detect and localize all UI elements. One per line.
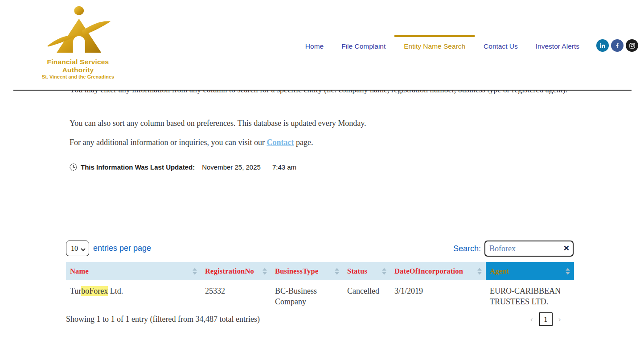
nav-item-investor-alerts[interactable]: Investor Alerts bbox=[536, 35, 579, 56]
page: You may enter any information from any c… bbox=[0, 0, 644, 357]
cell-business-type: BC-Business Company bbox=[271, 280, 343, 312]
column-header-businesstype[interactable]: BusinessType bbox=[271, 262, 343, 280]
header-right: Home File Complaint Entity Name Search C… bbox=[296, 35, 638, 56]
table-header-row: Name RegistrationNo BusinessType Status … bbox=[66, 262, 574, 280]
search-highlight: boForex bbox=[81, 286, 108, 296]
sort-icon bbox=[193, 268, 197, 274]
intro-paragraph-3: For any additional information or inquir… bbox=[70, 135, 575, 150]
column-header-status[interactable]: Status bbox=[343, 262, 390, 280]
nav-item-entity-name-search[interactable]: Entity Name Search bbox=[394, 35, 475, 56]
clear-search-icon[interactable]: ✕ bbox=[563, 244, 570, 253]
contact-link[interactable]: Contact bbox=[267, 138, 294, 147]
facebook-icon[interactable] bbox=[611, 39, 623, 52]
last-updated-time: 7:43 am bbox=[272, 163, 296, 171]
header-divider bbox=[13, 90, 632, 91]
last-updated-date: November 25, 2025 bbox=[202, 163, 261, 171]
nav-item-file-complaint[interactable]: File Complaint bbox=[341, 35, 386, 56]
table-row: TurboForex Ltd. 25332 BC-Business Compan… bbox=[66, 280, 574, 312]
entity-table: Name RegistrationNo BusinessType Status … bbox=[66, 262, 574, 312]
entries-per-page-control: 10 entries per page bbox=[66, 241, 151, 256]
column-header-name[interactable]: Name bbox=[66, 262, 201, 280]
entries-per-page-select[interactable]: 10 bbox=[66, 241, 89, 256]
search-input[interactable] bbox=[484, 241, 574, 257]
linkedin-icon[interactable] bbox=[596, 39, 609, 52]
sort-icon bbox=[335, 268, 339, 274]
previous-page-button[interactable]: ‹ bbox=[530, 315, 533, 324]
brand-name: Financial Services Authority bbox=[36, 58, 120, 74]
sort-icon bbox=[477, 268, 482, 274]
search-label: Search: bbox=[453, 244, 481, 253]
fsa-logo[interactable]: Financial Services Authority St. Vincent… bbox=[36, 5, 120, 79]
instagram-icon[interactable] bbox=[626, 39, 638, 52]
entries-per-page-label: entries per page bbox=[93, 244, 151, 253]
brand-subtitle: St. Vincent and the Grenadines bbox=[36, 74, 120, 79]
nav-item-contact-us[interactable]: Contact Us bbox=[484, 35, 518, 56]
cell-agent: EURO-CARIBBEAN TRUSTEES LTD. bbox=[486, 280, 574, 312]
clock-icon bbox=[70, 163, 77, 171]
nav-item-home[interactable]: Home bbox=[305, 35, 324, 56]
site-header: Financial Services Authority St. Vincent… bbox=[0, 0, 644, 91]
table-info: Showing 1 to 1 of 1 entry (filtered from… bbox=[66, 315, 260, 324]
sort-icon bbox=[263, 268, 267, 274]
current-page-button[interactable]: 1 bbox=[539, 312, 553, 326]
intro-paragraph-2: You can also sort any column based on pr… bbox=[70, 116, 575, 131]
fsa-logo-icon bbox=[45, 5, 111, 58]
next-page-button[interactable]: › bbox=[558, 315, 561, 324]
main-nav: Home File Complaint Entity Name Search C… bbox=[296, 35, 588, 56]
search-control: Search: ✕ bbox=[453, 241, 574, 257]
pagination: ‹ 1 › bbox=[530, 312, 561, 326]
cell-date-of-incorporation: 3/1/2019 bbox=[390, 280, 486, 312]
sort-icon bbox=[382, 268, 386, 274]
column-header-registrationno[interactable]: RegistrationNo bbox=[201, 262, 271, 280]
sort-icon bbox=[566, 268, 570, 274]
column-header-agent[interactable]: Agent bbox=[486, 262, 574, 280]
cell-status: Cancelled bbox=[343, 280, 390, 312]
column-header-dateofincorporation[interactable]: DateOfIncorporation bbox=[390, 262, 486, 280]
cell-name: TurboForex Ltd. bbox=[66, 280, 201, 312]
cell-registration-no: 25332 bbox=[201, 280, 271, 312]
intro-paragraph-3-suffix: page. bbox=[294, 138, 313, 147]
last-updated-row: This Information Was Last Updated: Novem… bbox=[70, 163, 296, 171]
last-updated-label: This Information Was Last Updated: bbox=[81, 163, 195, 171]
social-links bbox=[596, 39, 638, 52]
intro-paragraph-3-prefix: For any additional information or inquir… bbox=[70, 138, 267, 147]
